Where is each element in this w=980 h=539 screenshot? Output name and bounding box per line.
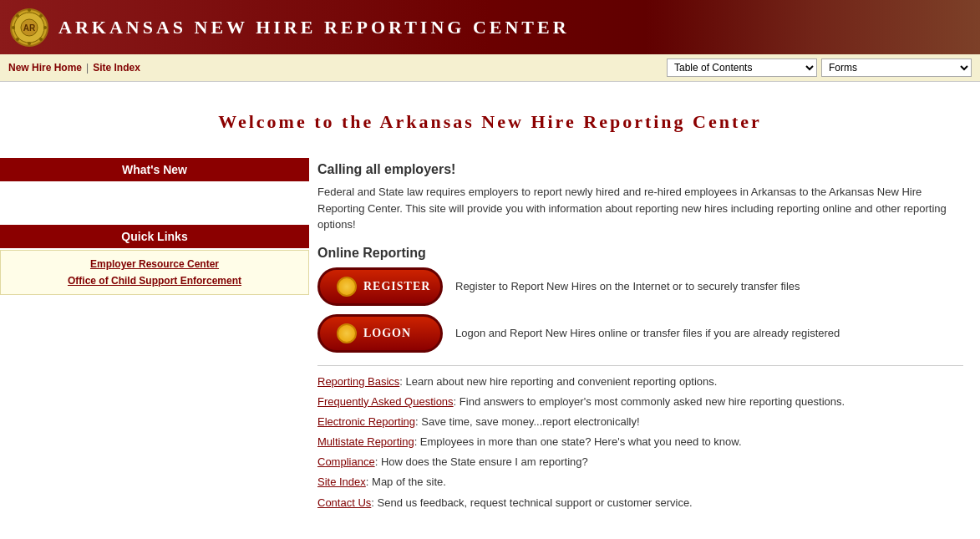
register-button[interactable]: Register [317, 267, 443, 306]
register-desc: Register to Report New Hires on the Inte… [455, 280, 963, 292]
svg-point-10 [12, 26, 15, 29]
logo-area: AR ARKANSAS NEW HIRE REPORTING CENTER [8, 7, 570, 48]
calling-header: Calling all employers! [317, 162, 963, 177]
main-layout: What's New Quick Links Employer Resource… [0, 150, 980, 532]
svg-point-8 [28, 42, 31, 45]
multistate-reporting-link[interactable]: Multistate Reporting [317, 435, 414, 448]
list-item: Compliance: How does the State ensure I … [317, 455, 963, 470]
site-index-link[interactable]: Site Index [93, 62, 140, 74]
page-title-container: Welcome to the Arkansas New Hire Reporti… [0, 82, 980, 150]
list-item: Frequently Asked Questions: Find answers… [317, 394, 963, 409]
svg-point-11 [16, 14, 19, 18]
logon-desc: Logon and Report New Hires online or tra… [455, 327, 963, 339]
page-title: Welcome to the Arkansas New Hire Reporti… [0, 94, 980, 145]
svg-point-6 [43, 26, 47, 29]
electronic-reporting-desc: : Save time, save money...report electro… [415, 415, 640, 428]
electronic-reporting-link[interactable]: Electronic Reporting [317, 415, 415, 428]
online-reporting-header: Online Reporting [317, 246, 963, 261]
online-reporting-section: Online Reporting Register Register to Re… [317, 246, 963, 353]
quick-links-section: Employer Resource Center Office of Child… [0, 250, 309, 295]
contact-us-desc: : Send us feedback, request technical su… [371, 496, 692, 509]
new-hire-home-link[interactable]: New Hire Home [8, 62, 82, 74]
nav-links: New Hire Home | Site Index [8, 62, 140, 74]
quick-links-header: Quick Links [0, 225, 309, 248]
navigation-bar: New Hire Home | Site Index Table of Cont… [0, 54, 980, 82]
whats-new-header: What's New [0, 158, 309, 181]
svg-point-7 [39, 38, 43, 41]
nav-dropdowns: Table of Contents Forms [667, 58, 972, 77]
register-icon [337, 277, 357, 297]
nav-separator: | [86, 62, 89, 74]
intro-text: Federal and State law requires employers… [317, 184, 963, 233]
reporting-basics-desc: : Learn about new hire reporting and con… [399, 375, 717, 388]
register-label: Register [363, 280, 430, 293]
multistate-reporting-desc: : Employees in more than one state? Here… [414, 435, 742, 448]
register-row: Register Register to Report New Hires on… [317, 267, 963, 306]
main-content: Calling all employers! Federal and State… [309, 150, 980, 532]
faq-desc: : Find answers to employer's most common… [454, 395, 845, 408]
list-item: Multistate Reporting: Employees in more … [317, 435, 963, 450]
list-item: Reporting Basics: Learn about new hire r… [317, 374, 963, 389]
office-child-support-link[interactable]: Office of Child Support Enforcement [1, 272, 308, 289]
seal-icon: AR [8, 7, 50, 48]
compliance-link[interactable]: Compliance [317, 455, 375, 468]
site-index-link-content[interactable]: Site Index [317, 475, 366, 488]
reporting-basics-link[interactable]: Reporting Basics [317, 375, 399, 388]
svg-point-9 [16, 38, 19, 41]
list-item: Electronic Reporting: Save time, save mo… [317, 414, 963, 430]
logon-button[interactable]: Logon [317, 314, 443, 353]
logo-text: ARKANSAS NEW HIRE REPORTING CENTER [58, 17, 570, 38]
site-header: AR ARKANSAS NEW HIRE REPORTING CENTER [0, 0, 980, 54]
contact-us-link-content[interactable]: Contact Us [317, 496, 371, 509]
logo-arkansas: ARKANSAS NEW HIRE REPORTING CENTER [58, 17, 570, 38]
list-item: Site Index: Map of the site. [317, 475, 963, 490]
faq-link[interactable]: Frequently Asked Questions [317, 395, 454, 408]
info-links-list: Reporting Basics: Learn about new hire r… [317, 365, 963, 511]
svg-point-4 [28, 8, 31, 12]
site-index-desc: : Map of the site. [366, 475, 446, 488]
logon-row: Logon Logon and Report New Hires online … [317, 314, 963, 353]
logon-label: Logon [363, 327, 411, 340]
svg-text:AR: AR [23, 23, 36, 33]
logon-icon [337, 323, 357, 343]
table-of-contents-dropdown[interactable]: Table of Contents [667, 58, 817, 77]
compliance-desc: : How does the State ensure I am reporti… [375, 455, 588, 468]
svg-point-5 [39, 14, 43, 18]
sidebar: What's New Quick Links Employer Resource… [0, 150, 309, 532]
forms-dropdown[interactable]: Forms [821, 58, 972, 77]
employer-resource-center-link[interactable]: Employer Resource Center [1, 256, 308, 272]
list-item: Contact Us: Send us feedback, request te… [317, 496, 963, 511]
